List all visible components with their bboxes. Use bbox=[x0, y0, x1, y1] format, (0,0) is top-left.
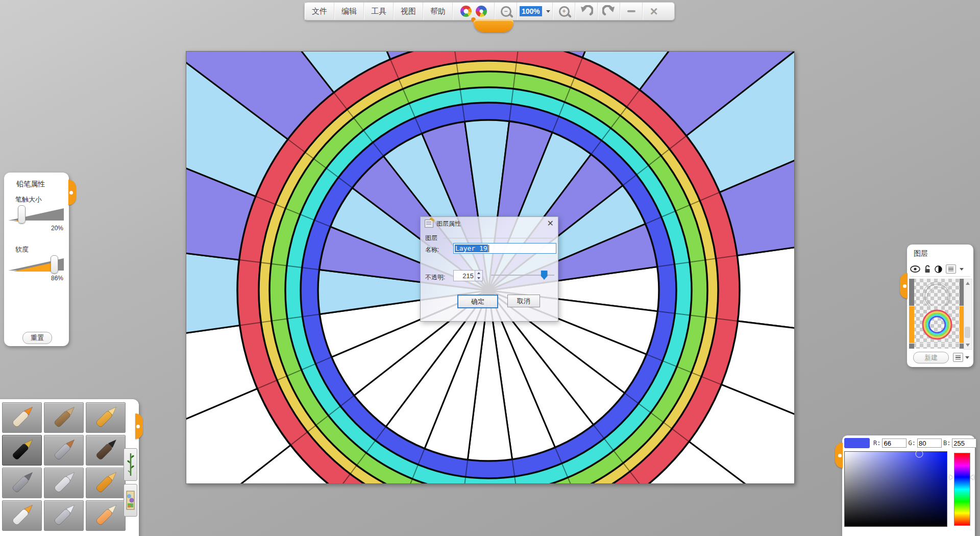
tools-palette bbox=[0, 399, 139, 536]
hue-marker-left-icon[interactable] bbox=[949, 475, 953, 480]
brush-size-label: 笔触大小 bbox=[15, 195, 42, 204]
mascot-mouth-icon bbox=[474, 19, 513, 32]
crayon-icon bbox=[89, 405, 122, 430]
tool-pencil[interactable] bbox=[2, 402, 42, 433]
eraser-icon bbox=[89, 503, 122, 528]
layer-visibility-eye-icon[interactable] bbox=[910, 265, 920, 273]
panel-collapse-handle[interactable] bbox=[835, 443, 843, 468]
zoom-out-icon: − bbox=[501, 6, 511, 17]
scrollbar-thumb[interactable] bbox=[965, 327, 970, 338]
menu-view[interactable]: 视图 bbox=[394, 3, 423, 20]
opacity-spinner[interactable]: 215 bbox=[453, 270, 483, 281]
tool-fountain-pen[interactable] bbox=[2, 435, 42, 466]
color-cursor-icon[interactable] bbox=[916, 450, 923, 458]
layers-panel-title: 图层 bbox=[914, 249, 928, 258]
close-button[interactable]: × bbox=[643, 3, 665, 20]
color-picker-panel: R: G: B: bbox=[842, 435, 975, 536]
saturation-value-area[interactable] bbox=[844, 451, 947, 527]
slider-handle[interactable] bbox=[51, 255, 58, 274]
layer-group-label: 图层 bbox=[425, 234, 437, 242]
panel-collapse-handle[interactable] bbox=[68, 180, 76, 205]
layer-blend-contrast-icon[interactable] bbox=[935, 265, 942, 273]
layer-name-input[interactable]: Layer 19 bbox=[453, 243, 556, 254]
layer-lock-icon[interactable] bbox=[924, 265, 931, 273]
softness-value: 86% bbox=[51, 275, 63, 282]
stamp-picture-icon bbox=[126, 488, 135, 513]
chevron-down-icon[interactable] bbox=[960, 268, 964, 271]
tool-pastel-stick[interactable] bbox=[44, 402, 84, 433]
tool-palette-knife[interactable] bbox=[44, 468, 84, 498]
new-layer-button[interactable]: 新建 bbox=[913, 352, 949, 363]
dialog-titlebar[interactable]: 图层属性 ✕ bbox=[421, 217, 558, 230]
minimize-icon bbox=[627, 10, 635, 12]
mascot-right-eye-icon bbox=[476, 6, 487, 17]
reset-button[interactable]: 重置 bbox=[22, 332, 52, 344]
tool-marker-tube[interactable] bbox=[2, 500, 42, 531]
layer-menu-icon[interactable] bbox=[946, 264, 956, 274]
palette-side-strip bbox=[124, 399, 137, 536]
chevron-down-icon[interactable] bbox=[965, 356, 969, 359]
spear-knife-icon bbox=[47, 503, 80, 528]
b-label: B: bbox=[943, 440, 950, 447]
tool-paint-roller[interactable] bbox=[86, 468, 126, 498]
pencil-properties-panel: 铅笔属性 笔触大小 20% 软度 86% 重置 bbox=[4, 173, 69, 346]
undo-button[interactable] bbox=[575, 3, 598, 20]
mascot-left-eye-icon bbox=[460, 6, 472, 17]
menu-help[interactable]: 帮助 bbox=[423, 3, 453, 20]
tool-ink-brush[interactable] bbox=[86, 435, 126, 466]
layer-thumbnail bbox=[917, 306, 958, 343]
layers-options-menu-icon[interactable] bbox=[953, 353, 963, 362]
tool-spear-knife[interactable] bbox=[44, 500, 84, 531]
spin-down-button[interactable] bbox=[475, 276, 482, 281]
hue-strip[interactable] bbox=[954, 453, 970, 526]
brush-size-slider[interactable] bbox=[8, 205, 64, 224]
g-input[interactable] bbox=[917, 438, 942, 448]
opacity-slider[interactable] bbox=[491, 275, 554, 276]
ok-button[interactable]: 确定 bbox=[457, 295, 498, 308]
zoom-out-button[interactable]: − bbox=[495, 3, 517, 20]
menu-file[interactable]: 文件 bbox=[305, 3, 334, 20]
opacity-slider-handle[interactable] bbox=[541, 271, 548, 280]
softness-slider[interactable] bbox=[8, 255, 64, 274]
zoom-level-value: 100% bbox=[520, 6, 542, 16]
selected-text: Layer 19 bbox=[455, 245, 488, 252]
minimize-button[interactable] bbox=[620, 3, 643, 20]
r-input[interactable] bbox=[882, 438, 906, 448]
zoom-in-button[interactable]: + bbox=[553, 3, 575, 20]
layers-scrollbar[interactable] bbox=[964, 279, 972, 350]
layer-item-partial[interactable] bbox=[909, 344, 965, 349]
scroll-down-icon[interactable] bbox=[966, 344, 970, 347]
slider-handle[interactable] bbox=[18, 205, 26, 224]
spin-up-button[interactable] bbox=[475, 271, 482, 276]
clown-mascot bbox=[453, 3, 495, 20]
marker-tube-icon bbox=[6, 503, 38, 528]
scroll-up-icon[interactable] bbox=[966, 282, 970, 285]
bamboo-icon bbox=[127, 452, 135, 477]
nature-brushes-button[interactable] bbox=[124, 448, 137, 481]
menu-edit[interactable]: 编辑 bbox=[334, 3, 364, 20]
tool-airbrush[interactable] bbox=[2, 468, 42, 498]
pencil-icon bbox=[6, 405, 38, 430]
menu-tools[interactable]: 工具 bbox=[364, 3, 394, 20]
cancel-button[interactable]: 取消 bbox=[507, 295, 540, 307]
airbrush-icon bbox=[6, 470, 38, 496]
dialog-title: 图层属性 bbox=[436, 220, 461, 228]
redo-button[interactable] bbox=[598, 3, 620, 20]
softness-label: 软度 bbox=[15, 245, 29, 254]
chevron-down-icon[interactable] bbox=[546, 10, 550, 13]
layer-item-rainbow-selected[interactable] bbox=[909, 306, 965, 343]
ink-brush-icon bbox=[89, 437, 122, 463]
pencil-panel-title: 铅笔属性 bbox=[16, 180, 45, 189]
zoom-level-combobox[interactable]: 100% bbox=[517, 3, 553, 20]
panel-collapse-handle[interactable] bbox=[900, 273, 908, 299]
tool-crayon[interactable] bbox=[86, 402, 126, 433]
stamps-button[interactable] bbox=[124, 484, 137, 517]
close-icon: × bbox=[650, 6, 657, 16]
layer-item-sketch[interactable] bbox=[909, 279, 965, 306]
tool-flat-brush[interactable] bbox=[44, 435, 84, 466]
dialog-close-icon[interactable]: ✕ bbox=[547, 220, 554, 228]
hue-marker-right-icon[interactable] bbox=[970, 475, 974, 480]
tool-eraser[interactable] bbox=[86, 500, 126, 531]
b-input[interactable] bbox=[952, 438, 976, 448]
g-label: G: bbox=[908, 440, 915, 447]
